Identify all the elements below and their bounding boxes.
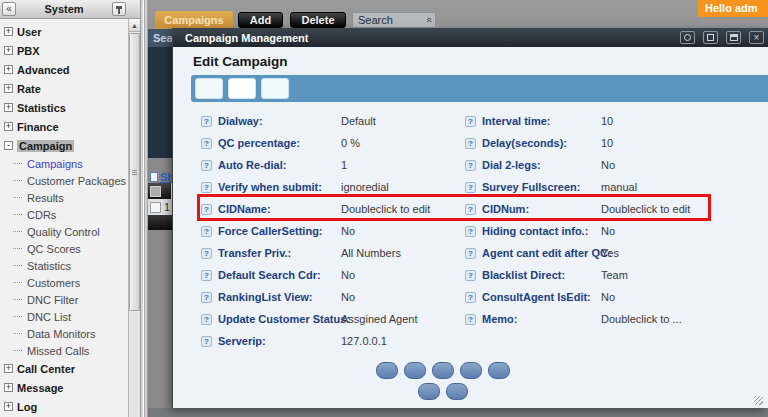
resize-grip-icon[interactable] <box>754 396 763 405</box>
sidebar-subitem[interactable]: Data Monitors <box>0 325 128 342</box>
sidebar-subitem[interactable]: Customer Packages <box>0 172 128 189</box>
sidebar-item[interactable]: + Finance <box>0 117 128 136</box>
close-icon[interactable]: × <box>749 31 764 44</box>
field-value[interactable]: Team <box>601 269 628 281</box>
tree-expand-icon[interactable]: + <box>4 383 13 392</box>
help-icon[interactable]: ? <box>201 226 212 237</box>
user-badge[interactable]: Hello adm <box>698 0 768 17</box>
scroll-up-icon[interactable]: ▲ <box>129 19 140 32</box>
field-value[interactable]: Yes <box>601 247 619 259</box>
help-icon[interactable]: ? <box>465 248 476 259</box>
field-value[interactable]: ignoredial <box>341 181 389 193</box>
scrollbar-thumb[interactable] <box>129 33 140 311</box>
tab[interactable] <box>228 78 256 99</box>
field-value[interactable]: No <box>341 225 355 237</box>
field-value[interactable]: 10 <box>601 137 613 149</box>
field-value[interactable]: Doubleclick to edit <box>601 203 690 215</box>
modal-action-button[interactable] <box>446 383 468 400</box>
field-value[interactable]: Doubleclick to edit <box>341 203 430 215</box>
restore-icon[interactable] <box>726 31 741 44</box>
field-value[interactable]: No <box>601 291 615 303</box>
sidebar-scrollbar[interactable]: ▲ <box>128 19 140 417</box>
modal-action-button[interactable] <box>432 362 454 379</box>
pin-icon[interactable] <box>112 2 126 16</box>
help-icon[interactable]: ? <box>465 138 476 149</box>
add-button[interactable]: Add <box>238 12 283 28</box>
sidebar-item[interactable]: + Advanced <box>0 60 128 79</box>
help-icon[interactable]: ? <box>465 314 476 325</box>
row-checkbox[interactable] <box>150 202 161 213</box>
field-value[interactable]: 0 % <box>341 137 360 149</box>
sidebar-item[interactable]: + Statistics <box>0 98 128 117</box>
collapse-search-icon[interactable]: « <box>422 17 436 23</box>
field-value[interactable]: No <box>341 291 355 303</box>
tab[interactable] <box>195 78 223 99</box>
sidebar-subitem[interactable]: DNC Filter <box>0 291 128 308</box>
sidebar-subitem[interactable]: DNC List <box>0 308 128 325</box>
field-value[interactable]: Default <box>341 115 376 127</box>
tree-expand-icon[interactable]: + <box>4 84 13 93</box>
sidebar-item[interactable]: + User <box>0 22 128 41</box>
sidebar-item[interactable]: + Log <box>0 397 128 416</box>
help-icon[interactable]: ? <box>201 248 212 259</box>
field-value[interactable]: Doubleclick to ... <box>601 313 682 325</box>
sidebar-subitem[interactable]: Statistics <box>0 257 128 274</box>
sidebar-item[interactable]: + Rate <box>0 79 128 98</box>
field-value[interactable]: No <box>601 159 615 171</box>
sidebar-item[interactable]: + Call Center <box>0 359 128 378</box>
field-value[interactable]: manual <box>601 181 637 193</box>
maximize-icon[interactable] <box>703 31 718 44</box>
help-icon[interactable]: ? <box>201 204 212 215</box>
help-icon[interactable]: ? <box>465 270 476 281</box>
help-icon[interactable]: ? <box>465 226 476 237</box>
help-icon[interactable]: ? <box>465 204 476 215</box>
show-link[interactable]: Show <box>160 171 172 183</box>
sidebar-subitem[interactable]: CDRs <box>0 206 128 223</box>
help-icon[interactable]: ? <box>201 116 212 127</box>
tree-expand-icon[interactable]: + <box>4 364 13 373</box>
field-value[interactable]: 1 <box>341 159 347 171</box>
tree-expand-icon[interactable]: + <box>4 65 13 74</box>
window-titlebar[interactable]: Campaign Management × <box>173 28 768 47</box>
tree-expand-icon[interactable]: + <box>4 46 13 55</box>
help-icon[interactable]: ? <box>201 270 212 281</box>
refresh-icon[interactable] <box>680 31 695 44</box>
sidebar-subitem[interactable]: Quality Control <box>0 223 128 240</box>
delete-button[interactable]: Delete <box>290 12 346 28</box>
sidebar-splitter[interactable] <box>141 0 148 417</box>
modal-action-button[interactable] <box>404 362 426 379</box>
sidebar-subitem[interactable]: QC Scores <box>0 240 128 257</box>
sidebar-subitem[interactable]: Customers <box>0 274 128 291</box>
search-input[interactable]: Search « <box>352 12 436 28</box>
modal-action-button[interactable] <box>418 383 440 400</box>
tree-expand-icon[interactable]: + <box>4 122 13 131</box>
tree-expand-icon[interactable]: + <box>4 402 13 411</box>
field-value[interactable]: 127.0.0.1 <box>341 335 387 347</box>
modal-action-button[interactable] <box>460 362 482 379</box>
sidebar-item[interactable]: + Message <box>0 378 128 397</box>
help-icon[interactable]: ? <box>465 116 476 127</box>
field-value[interactable]: Assgined Agent <box>341 313 417 325</box>
sidebar-subitem[interactable]: Missed Calls <box>0 342 128 359</box>
tree-expand-icon[interactable]: + <box>4 27 13 36</box>
help-icon[interactable]: ? <box>201 138 212 149</box>
help-icon[interactable]: ? <box>201 314 212 325</box>
help-icon[interactable]: ? <box>465 292 476 303</box>
help-icon[interactable]: ? <box>201 336 212 347</box>
sidebar-subitem[interactable]: Results <box>0 189 128 206</box>
tree-collapse-icon[interactable]: - <box>4 141 13 150</box>
field-value[interactable]: No <box>601 225 615 237</box>
help-icon[interactable]: ? <box>201 182 212 193</box>
tree-expand-icon[interactable]: + <box>4 103 13 112</box>
help-icon[interactable]: ? <box>465 182 476 193</box>
modal-action-button[interactable] <box>488 362 510 379</box>
sidebar-subitem[interactable]: Campaigns <box>0 155 128 172</box>
modal-action-button[interactable] <box>376 362 398 379</box>
select-all-checkbox[interactable] <box>150 186 161 197</box>
help-icon[interactable]: ? <box>465 160 476 171</box>
sidebar-item[interactable]: + PBX <box>0 41 128 60</box>
collapse-sidebar-icon[interactable]: « <box>2 2 16 16</box>
grid-row[interactable]: 1 <box>148 199 172 215</box>
field-value[interactable]: 10 <box>601 115 613 127</box>
field-value[interactable]: No <box>341 269 355 281</box>
